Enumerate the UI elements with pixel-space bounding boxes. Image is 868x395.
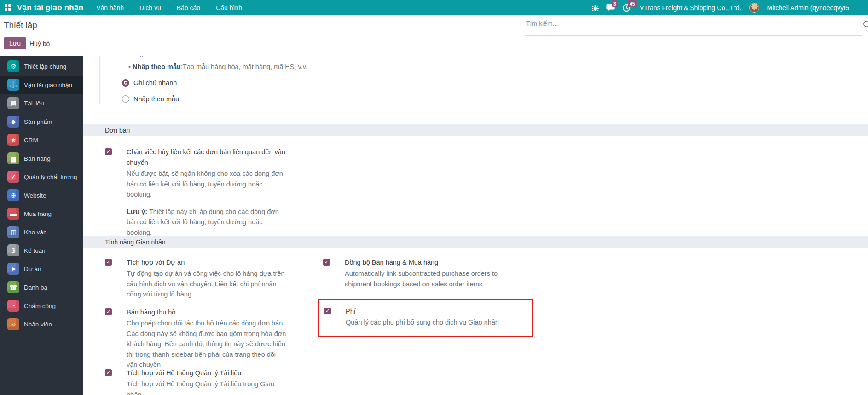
text-caret — [525, 20, 525, 27]
sidebar-item-project[interactable]: ➤ Dự án — [0, 260, 83, 278]
sidebar-item-website[interactable]: ⊕ Website — [0, 186, 83, 204]
sidebar-item-inventory[interactable]: ◫ Kho vận — [0, 223, 83, 241]
section-header-sales-orders: Đơn bán — [83, 124, 868, 136]
crm-icon: ★ — [7, 134, 19, 146]
sidebar-item-general-settings[interactable]: ⚙ Thiết lập chung — [0, 57, 83, 76]
settings-sidebar: ⚙ Thiết lập chung ⚓ Vận tải giao nhận ▤ … — [0, 56, 83, 395]
app-title[interactable]: Vận tải giao nhận — [17, 3, 83, 12]
accounting-icon: $ — [7, 244, 19, 256]
import-mode-setting: hàng. • Nhập theo mẫu:Tạo mẫu hàng hóa, … — [99, 51, 307, 104]
sidebar-item-freight[interactable]: ⚓ Vận tải giao nhận — [0, 76, 83, 94]
setting-description: Automatically link subcontracted purchas… — [345, 268, 510, 289]
settings-content: hàng. • Nhập theo mẫu:Tạo mẫu hàng hóa, … — [83, 51, 868, 395]
setting-block-dms-integration: ✓ Tích hợp với Hệ thống Quản lý Tài liệu… — [105, 368, 288, 395]
website-icon: ⊕ — [7, 189, 19, 201]
contacts-icon: ☎ — [7, 281, 19, 293]
checkbox-cancel-link[interactable]: ✓ — [105, 148, 112, 155]
discard-button[interactable]: Huỷ bỏ — [27, 40, 52, 48]
control-panel: Thiết lập Tìm kiếm... Lưu Huỷ bỏ — [0, 15, 868, 56]
breadcrumb: Thiết lập — [4, 20, 37, 30]
setting-block-project-integration: ✓ Tích hợp với Dự án Tự động tạo dự án v… — [105, 257, 288, 300]
topbar-right: 3 45 VTrans Freight & Shipping Co., Ltd.… — [592, 0, 849, 15]
setting-description: Tích hợp với Hệ thống Quản lý Tài liệu t… — [127, 379, 288, 395]
sidebar-item-accounting[interactable]: $ Kế toán — [0, 241, 83, 260]
setting-label[interactable]: Tích hợp với Dự án — [127, 257, 288, 268]
gear-icon: ⚙ — [7, 60, 19, 72]
top-menu: Vận hành Dịch vụ Báo cáo Cấu hình — [96, 4, 242, 12]
search-underline — [525, 35, 862, 36]
sidebar-item-sales[interactable]: ▅ Bán hàng — [0, 149, 83, 168]
setting-block-sales-purchase-sync: ✓ Đồng bộ Bán hàng & Mua hàng Automatica… — [323, 257, 510, 289]
checkbox-collect-on-behalf[interactable]: ✓ — [105, 308, 112, 315]
menu-cau-hinh[interactable]: Cấu hình — [216, 4, 242, 12]
debug-bug-icon[interactable] — [592, 4, 599, 12]
radio-import-template[interactable]: Nhập theo mẫu — [122, 94, 307, 104]
sidebar-item-documents[interactable]: ▤ Tài liệu — [0, 94, 83, 112]
apps-grid-icon[interactable] — [5, 4, 12, 11]
checkbox-dms-integration[interactable]: ✓ — [105, 369, 112, 376]
import-template-help-line: • Nhập theo mẫu:Tạo mẫu hàng hóa, mặt hà… — [128, 62, 307, 72]
employees-icon: ☺ — [7, 318, 19, 330]
red-highlight-rectangle: ✓ Phí Quản lý các phụ phí bổ sung cho dị… — [318, 299, 533, 337]
setting-label[interactable]: Bán hàng thu hộ — [127, 307, 288, 318]
project-icon: ➤ — [7, 263, 19, 275]
menu-dich-vu[interactable]: Dịch vụ — [139, 4, 161, 12]
user-avatar[interactable] — [749, 3, 759, 13]
checkbox-fees[interactable]: ✓ — [324, 308, 331, 314]
search-placeholder: Tìm kiếm... — [526, 20, 558, 27]
setting-label[interactable]: Chặn việc hủy liên kết các đơn bán liên … — [127, 147, 288, 168]
activities-clock-icon[interactable]: 45 — [622, 4, 631, 12]
sidebar-item-products[interactable]: ◆ Sản phẩm — [0, 112, 83, 131]
purchase-icon: ▬ — [7, 208, 19, 220]
sidebar-item-attendance[interactable]: ◔ Chấm công — [0, 296, 83, 315]
top-navbar: Vận tải giao nhận Vận hành Dịch vụ Báo c… — [0, 0, 868, 15]
menu-van-hanh[interactable]: Vận hành — [96, 4, 124, 12]
search-magnifier-icon[interactable] — [862, 20, 868, 32]
setting-description: Cho phép chọn đối tác thu hộ trên các dò… — [127, 318, 288, 370]
company-name[interactable]: VTrans Freight & Shipping Co., Ltd. — [640, 4, 741, 12]
sidebar-item-quality[interactable]: ✔ Quản lý chất lượng — [0, 168, 83, 186]
setting-label[interactable]: Đồng bộ Bán hàng & Mua hàng — [345, 257, 510, 268]
save-button[interactable]: Lưu — [4, 37, 26, 49]
section-header-freight-features: Tính năng Giao nhận — [83, 236, 868, 248]
attendance-icon: ◔ — [7, 300, 19, 312]
documents-icon: ▤ — [7, 97, 19, 109]
sidebar-item-contacts[interactable]: ☎ Danh bạ — [0, 278, 83, 296]
user-name[interactable]: Mitchell Admin (qynoeeqvyt5 — [767, 4, 849, 12]
setting-description: Nếu được bật, sẽ ngăn không cho xóa các … — [127, 168, 288, 200]
sidebar-item-crm[interactable]: ★ CRM — [0, 131, 83, 149]
radio-unselected-icon[interactable] — [122, 95, 129, 103]
messages-icon[interactable]: 3 — [606, 4, 615, 12]
sidebar-item-purchase[interactable]: ▬ Mua hàng — [0, 204, 83, 223]
setting-description: Quản lý các phụ phí bổ sung cho dịch vụ … — [346, 317, 511, 328]
setting-block-cancel-link: ✓ Chặn việc hủy liên kết các đơn bán liê… — [105, 147, 288, 238]
freight-icon: ⚓ — [7, 79, 19, 91]
checkbox-project-integration[interactable]: ✓ — [105, 259, 112, 266]
radio-selected-icon[interactable] — [122, 79, 129, 87]
setting-block-fees: ✓ Phí Quản lý các phụ phí bổ sung cho dị… — [324, 306, 527, 328]
setting-note: Lưu ý: Thiết lập này chỉ áp dụng cho các… — [127, 207, 288, 238]
setting-label[interactable]: Phí — [346, 306, 511, 317]
menu-bao-cao[interactable]: Báo cáo — [177, 4, 200, 12]
sales-icon: ▅ — [7, 152, 19, 164]
activities-badge: 45 — [628, 0, 637, 7]
messages-badge: 3 — [612, 0, 618, 7]
setting-description: Tự động tạo dự án và công việc cho lô hà… — [127, 268, 288, 300]
search-input[interactable]: Tìm kiếm... — [525, 19, 868, 37]
checkbox-sales-purchase-sync[interactable]: ✓ — [323, 259, 330, 266]
inventory-icon: ◫ — [7, 226, 19, 238]
quality-icon: ✔ — [7, 171, 19, 183]
sidebar-item-employees[interactable]: ☺ Nhân viên — [0, 315, 83, 333]
setting-block-collect-on-behalf: ✓ Bán hàng thu hộ Cho phép chọn đối tác … — [105, 307, 288, 370]
products-icon: ◆ — [7, 116, 19, 128]
radio-quick-note[interactable]: Ghi chú nhanh — [122, 78, 307, 88]
setting-label[interactable]: Tích hợp với Hệ thống Quản lý Tài liệu — [127, 368, 288, 378]
